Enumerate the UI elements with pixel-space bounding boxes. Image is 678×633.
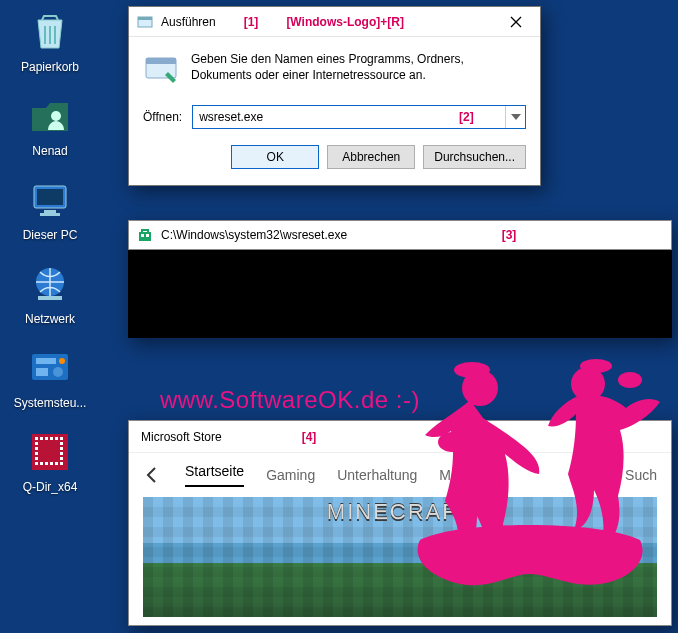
svg-rect-22 [60, 447, 63, 450]
annotation-step-1: [1] [244, 15, 259, 29]
svg-rect-20 [60, 442, 63, 445]
svg-rect-26 [60, 457, 63, 460]
svg-rect-18 [60, 437, 63, 440]
svg-point-41 [454, 362, 490, 378]
svg-rect-21 [35, 447, 38, 450]
svg-rect-17 [55, 437, 58, 440]
search-button[interactable]: Such [603, 467, 657, 483]
desktop-icon-label: Dieser PC [23, 228, 78, 242]
svg-point-39 [605, 469, 615, 479]
console-title: C:\Windows\system32\wsreset.exe [161, 228, 347, 242]
svg-rect-31 [55, 462, 58, 465]
run-body: Geben Sie den Namen eines Programms, Ord… [129, 37, 540, 185]
svg-rect-6 [38, 296, 62, 300]
svg-rect-24 [60, 452, 63, 455]
store-title: Microsoft Store [141, 430, 222, 444]
desktop-icon-network[interactable]: Netzwerk [6, 260, 94, 326]
desktop-icon-label: Papierkorb [21, 60, 79, 74]
svg-rect-27 [35, 462, 38, 465]
svg-rect-10 [36, 368, 48, 376]
desktop-icon-recycle-bin[interactable]: Papierkorb [6, 8, 94, 74]
svg-point-44 [580, 359, 612, 373]
svg-rect-4 [40, 213, 60, 216]
svg-rect-29 [45, 462, 48, 465]
svg-point-45 [618, 372, 642, 388]
tab-startseite[interactable]: Startseite [185, 463, 244, 487]
run-app-icon [137, 14, 153, 30]
svg-rect-3 [44, 210, 56, 213]
control-panel-icon [26, 344, 74, 392]
svg-rect-16 [50, 437, 53, 440]
qdir-icon [26, 428, 74, 476]
search-icon [603, 467, 619, 483]
recycle-bin-icon [26, 8, 74, 56]
desktop-icon-label: Netzwerk [25, 312, 75, 326]
svg-rect-2 [37, 189, 63, 205]
tab-unterhaltung[interactable]: Unterhaltung [337, 467, 417, 483]
svg-point-11 [53, 367, 63, 377]
tab-gaming[interactable]: Gaming [266, 467, 315, 483]
cancel-button[interactable]: Abbrechen [327, 145, 415, 169]
svg-rect-38 [146, 234, 149, 237]
annotation-step-3: [3] [502, 228, 517, 242]
svg-rect-23 [35, 452, 38, 455]
svg-point-9 [59, 358, 65, 364]
watermark-text: www.SoftwareOK.de :-) [160, 386, 420, 414]
store-app-icon [137, 227, 153, 243]
console-body[interactable] [128, 250, 672, 338]
desktop-icon-this-pc[interactable]: Dieser PC [6, 176, 94, 242]
run-dialog: Ausführen [1] [Windows-Logo]+[R] Geben S… [128, 6, 541, 186]
store-window: Microsoft Store [4] Startseite Gaming Un… [128, 420, 672, 626]
run-title: Ausführen [161, 15, 216, 29]
svg-rect-13 [35, 437, 38, 440]
tab-mehr[interactable]: Mehr [439, 467, 484, 483]
back-icon[interactable] [143, 465, 163, 485]
open-input[interactable] [193, 106, 505, 128]
desktop: Papierkorb Nenad Dieser PC Netzwerk Syst… [0, 0, 100, 512]
run-titlebar[interactable]: Ausführen [1] [Windows-Logo]+[R] [129, 7, 540, 37]
annotation-shortcut: [Windows-Logo]+[R] [286, 15, 404, 29]
search-label: Such [625, 467, 657, 483]
store-titlebar[interactable]: Microsoft Store [4] [129, 421, 671, 453]
store-nav: Startseite Gaming Unterhaltung Mehr Such [129, 453, 671, 497]
desktop-icon-label: Nenad [32, 144, 67, 158]
open-combobox[interactable] [192, 105, 526, 129]
network-icon [26, 260, 74, 308]
svg-point-40 [462, 370, 498, 406]
console-window: C:\Windows\system32\wsreset.exe [3] [128, 220, 672, 338]
svg-rect-7 [32, 354, 68, 380]
ok-button[interactable]: OK [231, 145, 319, 169]
browse-button[interactable]: Durchsuchen... [423, 145, 526, 169]
svg-point-0 [51, 111, 61, 121]
svg-rect-25 [35, 457, 38, 460]
desktop-icon-qdir[interactable]: Q-Dir_x64 [6, 428, 94, 494]
desktop-icon-control-panel[interactable]: Systemsteu... [6, 344, 94, 410]
open-label: Öffnen: [143, 110, 182, 124]
svg-rect-14 [40, 437, 43, 440]
svg-rect-28 [40, 462, 43, 465]
console-titlebar[interactable]: C:\Windows\system32\wsreset.exe [3] [128, 220, 672, 250]
svg-rect-34 [138, 17, 152, 20]
svg-rect-30 [50, 462, 53, 465]
annotation-step-4: [4] [302, 430, 317, 444]
svg-rect-37 [141, 234, 144, 237]
user-folder-icon [26, 92, 74, 140]
svg-rect-32 [60, 462, 63, 465]
svg-rect-36 [146, 58, 176, 64]
run-program-icon [143, 51, 179, 87]
chevron-down-icon[interactable] [505, 106, 525, 128]
svg-rect-8 [36, 358, 56, 364]
desktop-icon-user-folder[interactable]: Nenad [6, 92, 94, 158]
svg-rect-15 [45, 437, 48, 440]
this-pc-icon [26, 176, 74, 224]
close-icon[interactable] [496, 9, 536, 35]
store-hero-banner[interactable]: MINECRAFT [143, 497, 657, 617]
desktop-icon-label: Q-Dir_x64 [23, 480, 78, 494]
hero-logo: MINECRAFT [327, 499, 473, 525]
svg-point-43 [571, 367, 605, 401]
desktop-icon-label: Systemsteu... [14, 396, 87, 410]
run-message: Geben Sie den Namen eines Programms, Ord… [191, 51, 526, 87]
svg-rect-19 [35, 442, 38, 445]
